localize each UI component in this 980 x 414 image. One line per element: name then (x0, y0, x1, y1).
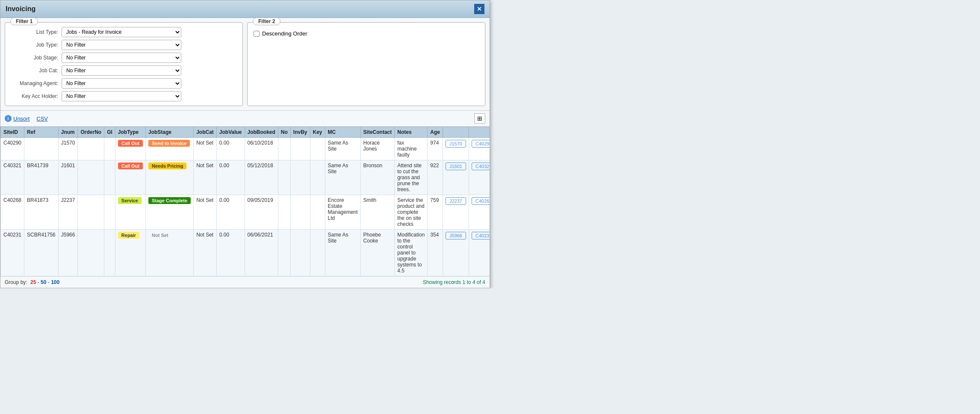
cell-age: 974 (428, 138, 443, 160)
col-jobtype: JobType (115, 127, 145, 138)
list-type-row: List Type: Jobs - Ready for Invoice (11, 27, 236, 37)
cell-invby (290, 195, 310, 230)
cell-siteid: C40231 (1, 230, 24, 276)
jobs-table: SiteID Ref Jnum OrderNo GI JobType JobSt… (0, 127, 490, 276)
cell-siteid: C40290 (1, 138, 24, 160)
col-invby: InvBy (290, 127, 310, 138)
siteid-link[interactable]: C40231 (472, 232, 490, 240)
cell-notes: fax machine faulty (395, 138, 428, 160)
csv-link[interactable]: CSV (36, 115, 48, 122)
cell-link1[interactable]: J5966 (443, 230, 469, 276)
col-ref: Ref (24, 127, 59, 138)
col-link2 (469, 127, 490, 138)
jnum-link[interactable]: J1601 (446, 163, 466, 170)
table-wrapper: SiteID Ref Jnum OrderNo GI JobType JobSt… (0, 127, 490, 276)
cell-notes: Modification to the control panel to upg… (395, 230, 428, 276)
cell-jobbooked: 06/06/2021 (245, 230, 278, 276)
cell-link1[interactable]: J1570 (443, 138, 469, 160)
col-notes: Notes (395, 127, 428, 138)
job-cat-select[interactable]: No Filter (62, 65, 181, 76)
cell-link1[interactable]: J1601 (443, 160, 469, 195)
col-orderno: OrderNo (78, 127, 104, 138)
cell-gi (104, 138, 115, 160)
table-row: C40231 SCBR41756 J5966 Repair Not Set No… (1, 230, 490, 276)
group-100-link[interactable]: 100 (51, 279, 59, 285)
cell-jobtype: Call Out (115, 160, 145, 195)
col-siteid: SiteID (1, 127, 24, 138)
descending-order-row: Descending Order (254, 27, 479, 37)
job-stage-select[interactable]: No Filter (62, 53, 181, 63)
col-jobcat: JobCat (194, 127, 217, 138)
descending-order-label: Descending Order (262, 30, 307, 37)
siteid-link[interactable]: C40268 (472, 197, 490, 205)
window-title: Invoicing (6, 5, 35, 13)
cell-jnum: J1570 (58, 138, 78, 160)
cell-mc: Same As Site (325, 230, 360, 276)
cell-link2[interactable]: C40290 (469, 138, 490, 160)
cell-invby (290, 160, 310, 195)
col-jnum: Jnum (58, 127, 78, 138)
jnum-link[interactable]: J1570 (446, 140, 466, 148)
managing-agent-select[interactable]: No Filter (62, 78, 181, 89)
cell-jobcat: Not Set (194, 230, 217, 276)
cell-ref (24, 138, 59, 160)
cell-age: 922 (428, 160, 443, 195)
main-window: Invoicing ✕ Filter 1 List Type: Jobs - R… (0, 0, 490, 288)
filter1-tab: Filter 1 (10, 18, 38, 25)
toolbar-right: ⊞ (474, 113, 485, 124)
job-type-row: Job Type: No Filter (11, 40, 236, 50)
jnum-link[interactable]: J5966 (446, 232, 466, 240)
cell-mc: Same As Site (325, 160, 360, 195)
managing-agent-row: Managing Agent: No Filter (11, 78, 236, 89)
footer-left: Group by: 25 - 50 - 100 (5, 279, 59, 285)
table-row: C40290 J1570 Call Out Send to invoice No… (1, 138, 490, 160)
footer-dash1: - (38, 279, 41, 285)
cell-notes: Attend site to cut the grass and prune t… (395, 160, 428, 195)
cell-link2[interactable]: C40268 (469, 195, 490, 230)
descending-order-checkbox[interactable] (254, 31, 260, 37)
col-no: No (278, 127, 290, 138)
cell-no (278, 230, 290, 276)
cell-jobbooked: 09/05/2019 (245, 195, 278, 230)
cell-ref: BR41739 (24, 160, 59, 195)
cell-sitecontact: Phoebe Cooke (360, 230, 395, 276)
cell-jobstage: Send to invoice (146, 138, 194, 160)
col-jobstage: JobStage (146, 127, 194, 138)
cell-jobvalue: 0.00 (216, 160, 245, 195)
cell-mc: Same As Site (325, 138, 360, 160)
cell-key (310, 230, 325, 276)
job-cat-row: Job Cat: No Filter (11, 65, 236, 76)
table-header-row: SiteID Ref Jnum OrderNo GI JobType JobSt… (1, 127, 490, 138)
cell-link2[interactable]: C40321 (469, 160, 490, 195)
cell-link2[interactable]: C40231 (469, 230, 490, 276)
cell-jnum: J5966 (58, 230, 78, 276)
cell-orderno (78, 160, 104, 195)
col-jobvalue: JobValue (216, 127, 245, 138)
siteid-link[interactable]: C40321 (472, 163, 490, 170)
table-row: C40321 BR41739 J1601 Call Out Needs Pric… (1, 160, 490, 195)
job-type-select[interactable]: No Filter (62, 40, 181, 50)
toolbar: i Unsort CSV ⊞ (0, 111, 490, 127)
cell-link1[interactable]: J2237 (443, 195, 469, 230)
cell-jobstage: Not Set (146, 230, 194, 276)
cell-key (310, 195, 325, 230)
col-link1 (443, 127, 469, 138)
filters-area: Filter 1 List Type: Jobs - Ready for Inv… (0, 18, 490, 111)
cell-sitecontact: Bronson (360, 160, 395, 195)
group-25-link[interactable]: 25 (30, 279, 36, 285)
cell-jobvalue: 0.00 (216, 230, 245, 276)
key-acc-label: Key Acc Holder: (11, 93, 58, 99)
cell-jobcat: Not Set (194, 160, 217, 195)
siteid-link[interactable]: C40290 (472, 140, 490, 148)
unsort-link[interactable]: Unsort (13, 115, 30, 122)
jnum-link[interactable]: J2237 (446, 197, 466, 205)
filter2-tab: Filter 2 (253, 18, 280, 25)
table-row: C40268 BR41873 J2237 Service Stage Compl… (1, 195, 490, 230)
grid-view-button[interactable]: ⊞ (474, 113, 485, 124)
cell-jobstage: Stage Complete (146, 195, 194, 230)
list-type-select[interactable]: Jobs - Ready for Invoice (62, 27, 181, 37)
col-sitecontact: SiteContact (360, 127, 395, 138)
group-50-link[interactable]: 50 (41, 279, 46, 285)
close-button[interactable]: ✕ (474, 4, 484, 14)
key-acc-select[interactable]: No Filter (62, 91, 181, 101)
